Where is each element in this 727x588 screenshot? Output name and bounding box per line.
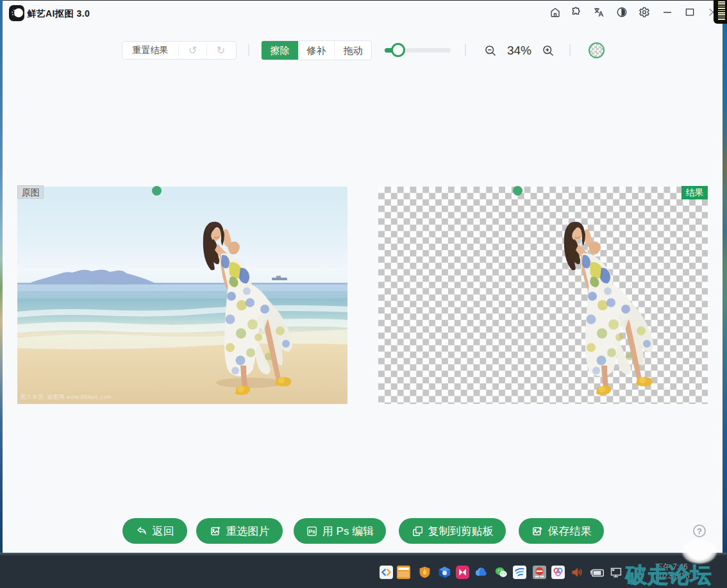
svg-text:Ps: Ps bbox=[308, 528, 315, 535]
